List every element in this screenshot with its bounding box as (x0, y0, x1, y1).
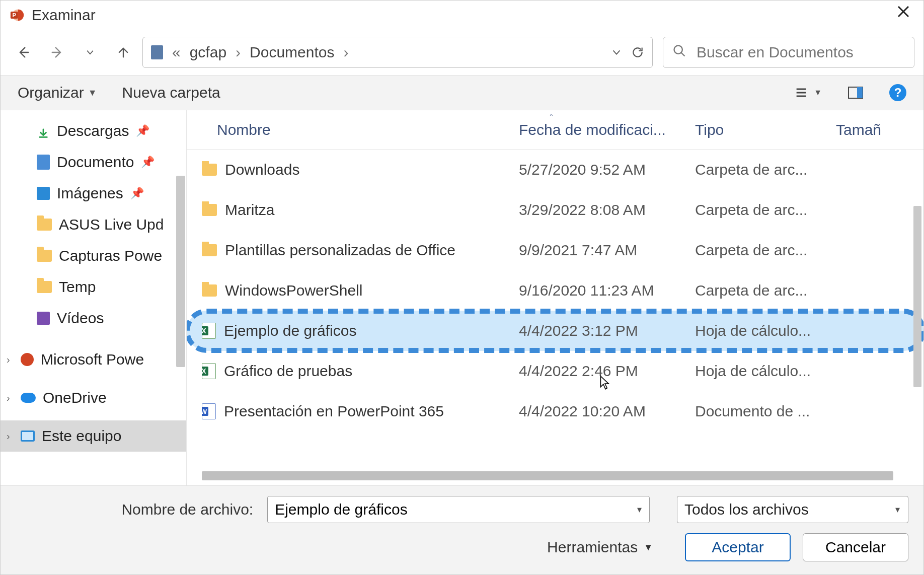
breadcrumb-seg-gcfap[interactable]: gcfap (190, 44, 226, 61)
folder-icon (37, 281, 52, 293)
file-name-cell: Gráfico de pruebas (202, 363, 519, 380)
file-date-cell: 9/9/2021 7:47 AM (519, 242, 695, 259)
file-type-cell: Carpeta de arc... (695, 201, 846, 219)
sidebar-item-this-pc[interactable]: › Este equipo (1, 420, 186, 452)
sidebar-item-onedrive[interactable]: › OneDrive (1, 382, 186, 413)
search-input[interactable] (697, 44, 905, 61)
file-row[interactable]: Downloads5/27/2020 9:52 AMCarpeta de arc… (187, 150, 923, 190)
sidebar-item-powerpoint[interactable]: › Microsoft Powe (1, 344, 186, 375)
up-button[interactable] (114, 43, 132, 61)
file-row[interactable]: Presentación en PowerPoint 3654/4/2022 1… (187, 391, 923, 432)
chevron-right-icon: › (236, 44, 241, 61)
file-type-cell: Carpeta de arc... (695, 282, 846, 299)
column-header-type[interactable]: Tipo (695, 121, 836, 138)
tools-dropdown[interactable]: Herramientas ▼ (547, 539, 653, 556)
search-icon (672, 44, 686, 61)
toolbar: Organizar ▼ Nueva carpeta ▼ ? (1, 75, 923, 110)
file-name-label: Presentación en PowerPoint 365 (224, 403, 444, 420)
sidebar-item-asus[interactable]: ASUS Live Upd (1, 209, 186, 240)
breadcrumb-seg-documentos[interactable]: Documentos (250, 44, 334, 61)
tools-label: Herramientas (547, 539, 638, 556)
nav-row: « gcfap › Documentos › (1, 30, 923, 75)
sidebar-item-pictures[interactable]: Imágenes 📌 (1, 178, 186, 209)
svg-rect-5 (857, 87, 863, 98)
breadcrumb-bar[interactable]: « gcfap › Documentos › (142, 37, 653, 68)
excel-icon (202, 363, 216, 379)
file-date-cell: 4/4/2022 3:12 PM (519, 322, 695, 339)
back-button[interactable] (15, 43, 33, 61)
excel-icon (202, 323, 216, 339)
onedrive-icon (21, 393, 36, 403)
organize-button[interactable]: Organizar ▼ (18, 84, 97, 101)
breadcrumb-overflow[interactable]: « (172, 44, 181, 61)
preview-pane-icon (847, 84, 864, 101)
sidebar-item-temp[interactable]: Temp (1, 271, 186, 303)
file-row[interactable]: Gráfico de pruebas4/4/2022 2:46 PMHoja d… (187, 351, 923, 391)
file-row[interactable]: Ejemplo de gráficos4/4/2022 3:12 PMHoja … (187, 311, 923, 351)
folder-icon (37, 219, 52, 231)
sidebar-scrollbar[interactable] (176, 176, 185, 367)
file-name-cell: WindowsPowerShell (202, 282, 519, 299)
sidebar-item-label: Microsoft Powe (41, 351, 144, 368)
search-box[interactable] (663, 37, 914, 68)
bottom-panel: Nombre de archivo: ▾ Todos los archivos … (1, 485, 923, 574)
powerpoint-icon: P (10, 8, 25, 23)
column-header-name[interactable]: Nombre (217, 121, 519, 138)
view-list-button[interactable]: ▼ (793, 84, 822, 101)
vertical-scrollbar[interactable] (913, 206, 921, 387)
nav-buttons (10, 43, 132, 61)
file-name-cell: Maritza (202, 201, 519, 219)
column-header-date[interactable]: Fecha de modificaci... (519, 121, 695, 138)
file-name-label: Maritza (225, 201, 274, 219)
word-icon (202, 403, 216, 419)
file-type-cell: Carpeta de arc... (695, 242, 846, 259)
file-name-cell: Plantillas personalizadas de Office (202, 242, 519, 259)
file-row[interactable]: Maritza3/29/2022 8:08 AMCarpeta de arc..… (187, 190, 923, 230)
horizontal-scrollbar[interactable] (202, 471, 893, 480)
sidebar-item-label: Este equipo (42, 427, 121, 445)
chevron-right-icon[interactable]: › (7, 392, 10, 404)
folder-icon (37, 250, 52, 262)
file-type-filter[interactable]: Todos los archivos ▾ (677, 496, 908, 523)
new-folder-label: Nueva carpeta (122, 84, 220, 101)
svg-point-3 (674, 45, 682, 53)
chevron-right-icon[interactable]: › (7, 430, 10, 442)
dropdown-caret-icon: ▼ (814, 88, 822, 97)
chevron-right-icon[interactable]: › (7, 354, 10, 366)
file-type-cell: Hoja de cálculo... (695, 322, 846, 339)
file-open-dialog: P Examinar « gcfap › Documentos › (0, 0, 924, 575)
close-button[interactable] (892, 4, 914, 26)
filename-input[interactable] (267, 496, 650, 523)
sidebar-item-label: Descargas (57, 122, 129, 139)
preview-pane-button[interactable] (847, 84, 864, 101)
button-row: Herramientas ▼ Aceptar Cancelar (16, 533, 908, 561)
file-pane: ˄ Nombre Fecha de modificaci... Tipo Tam… (187, 110, 923, 485)
file-row[interactable]: WindowsPowerShell9/16/2020 11:23 AMCarpe… (187, 270, 923, 311)
file-row[interactable]: Plantillas personalizadas de Office9/9/2… (187, 230, 923, 270)
dialog-body: Descargas 📌 Documento 📌 Imágenes 📌 ASUS … (1, 110, 923, 485)
titlebar: P Examinar (1, 1, 923, 30)
sort-indicator-icon: ˄ (549, 112, 554, 123)
pin-icon: 📌 (136, 124, 149, 137)
pictures-icon (37, 187, 50, 200)
file-type-cell: Documento de ... (695, 403, 846, 420)
help-button[interactable]: ? (889, 84, 906, 101)
refresh-button[interactable] (631, 46, 644, 59)
cancel-button[interactable]: Cancelar (803, 533, 908, 561)
breadcrumb-dropdown-icon[interactable] (611, 47, 622, 58)
new-folder-button[interactable]: Nueva carpeta (122, 84, 220, 101)
file-name-cell: Downloads (202, 161, 519, 178)
file-date-cell: 3/29/2022 8:08 AM (519, 201, 695, 219)
column-header-size[interactable]: Tamañ (836, 121, 916, 138)
filename-row: Nombre de archivo: ▾ Todos los archivos … (16, 496, 908, 523)
forward-button[interactable] (48, 43, 66, 61)
sidebar-item-videos[interactable]: Vídeos (1, 303, 186, 334)
sidebar-item-downloads[interactable]: Descargas 📌 (1, 115, 186, 147)
recent-dropdown-icon[interactable] (81, 43, 99, 61)
sidebar-item-capturas[interactable]: Capturas Powe (1, 240, 186, 271)
dropdown-caret-icon: ▼ (644, 542, 653, 553)
accept-button[interactable]: Aceptar (685, 533, 791, 561)
file-name-label: Ejemplo de gráficos (224, 322, 356, 339)
file-type-cell: Carpeta de arc... (695, 161, 846, 178)
sidebar-item-documents[interactable]: Documento 📌 (1, 147, 186, 178)
